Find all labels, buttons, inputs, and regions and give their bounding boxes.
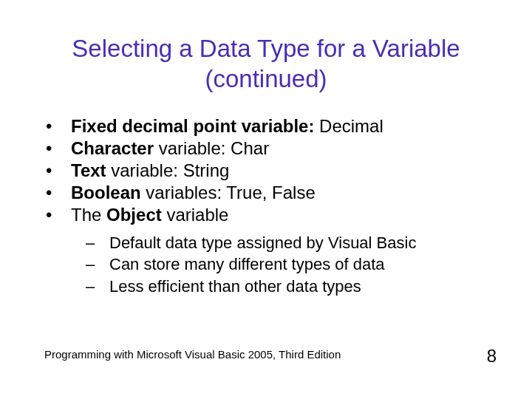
slide-body: • Fixed decimal point variable: Decimal … (44, 115, 502, 298)
bullet-rest: variable: Char (154, 138, 269, 158)
bullet-text: Fixed decimal point variable: Decimal (71, 115, 383, 137)
bullet-item: • Text variable: String (44, 160, 502, 182)
bullet-item: • Character variable: Char (44, 137, 502, 160)
sub-item: – Default data type assigned by Visual B… (84, 232, 502, 254)
bullet-rest: variables: True, False (141, 183, 316, 202)
bullet-item: • The Object variable (44, 204, 502, 226)
sub-marker: – (84, 253, 109, 276)
bullet-marker: • (44, 137, 71, 160)
bullet-text: Boolean variables: True, False (71, 182, 316, 204)
page-number: 8 (487, 346, 497, 366)
title-line-2: (continued) (205, 65, 327, 92)
title-line-1: Selecting a Data Type for a Variable (72, 35, 460, 62)
bullet-text: Text variable: String (71, 160, 229, 182)
bullet-text: The Object variable (71, 204, 228, 226)
bullet-marker: • (44, 115, 71, 137)
sub-marker: – (84, 232, 109, 254)
bullet-marker: • (44, 182, 71, 204)
bullet-pre: The (71, 205, 106, 225)
sub-marker: – (84, 276, 109, 298)
sub-text: Less efficient than other data types (109, 276, 361, 298)
sub-item: – Less efficient than other data types (84, 276, 502, 298)
sub-item: – Can store many different types of data (84, 253, 502, 276)
bullet-bold: Object (106, 205, 162, 225)
bullet-item: • Fixed decimal point variable: Decimal (44, 115, 502, 137)
slide-title: Selecting a Data Type for a Variable (co… (0, 0, 532, 95)
bullet-bold: Character (71, 138, 154, 158)
bullet-marker: • (44, 204, 71, 226)
footer-book-title: Programming with Microsoft Visual Basic … (44, 348, 341, 361)
slide: Selecting a Data Type for a Variable (co… (0, 0, 532, 399)
sub-list: – Default data type assigned by Visual B… (84, 232, 502, 298)
bullet-post: variable (162, 205, 229, 225)
bullet-item: • Boolean variables: True, False (44, 182, 502, 204)
bullet-bold: Fixed decimal point variable: (71, 116, 314, 136)
bullet-rest: variable: String (106, 160, 230, 180)
sub-text: Can store many different types of data (109, 253, 385, 276)
bullet-bold: Boolean (71, 183, 141, 202)
bullet-rest: Decimal (314, 116, 383, 136)
bullet-text: Character variable: Char (71, 137, 269, 160)
sub-text: Default data type assigned by Visual Bas… (109, 232, 416, 254)
bullet-bold: Text (71, 160, 106, 180)
bullet-marker: • (44, 160, 71, 182)
